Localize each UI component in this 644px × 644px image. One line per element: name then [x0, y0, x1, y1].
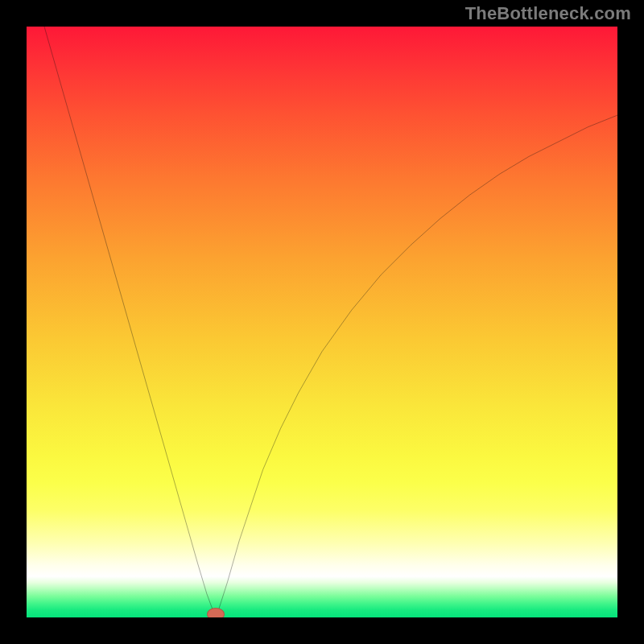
optimal-point-marker — [207, 608, 225, 617]
plot-area — [27, 27, 617, 617]
curve-line — [44, 27, 617, 614]
watermark-text: TheBottleneck.com — [465, 3, 631, 24]
bottleneck-curve — [27, 27, 617, 617]
chart-frame: TheBottleneck.com — [0, 0, 644, 644]
